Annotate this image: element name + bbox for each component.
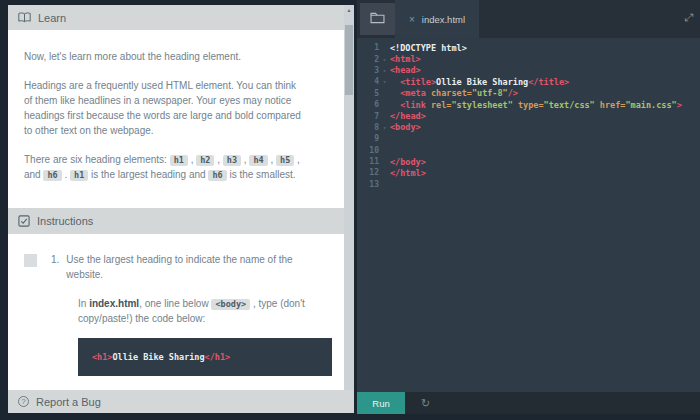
line-number: 12 bbox=[357, 168, 379, 177]
code-text: </body> bbox=[390, 157, 426, 167]
fold-arrow-icon[interactable]: ▾ bbox=[379, 56, 390, 63]
code-line: 5 <meta charset="utf-8"/> bbox=[357, 88, 700, 99]
learn-paragraph: Headings are a frequently used HTML elem… bbox=[24, 78, 304, 138]
inline-code-chip: h2 bbox=[196, 155, 214, 166]
task-after-text: Click Run to view the heading in the web… bbox=[78, 388, 314, 390]
learn-paragraph: There are six heading elements: h1 , h2 … bbox=[24, 152, 304, 182]
instructions-header-label: Instructions bbox=[37, 215, 93, 227]
code-text: <html> bbox=[390, 54, 421, 64]
folder-icon bbox=[370, 10, 385, 28]
line-number: 2 bbox=[357, 55, 379, 64]
code-text: </html> bbox=[390, 168, 426, 178]
code-line: 13 bbox=[357, 179, 700, 190]
checklist-icon bbox=[18, 215, 30, 227]
fold-arrow-icon[interactable]: ▾ bbox=[379, 78, 390, 85]
file-tree-button[interactable] bbox=[360, 3, 395, 35]
code-text: <title>Ollie Bike Sharing</title> bbox=[390, 77, 569, 87]
code-line: 11</body> bbox=[357, 156, 700, 167]
learn-scroll-area: Now, let's learn more about the heading … bbox=[8, 30, 354, 390]
code-editor-panel: × index.html ⤢ 1<!DOCTYPE html>2▾<html>3… bbox=[357, 0, 700, 414]
code-line: 10 bbox=[357, 145, 700, 156]
task-body: In index.html, one line below <body> , t… bbox=[78, 296, 314, 326]
line-number: 1 bbox=[357, 43, 379, 52]
fold-arrow-icon[interactable]: ▾ bbox=[379, 67, 390, 74]
code-line: 1<!DOCTYPE html> bbox=[357, 42, 700, 53]
report-bug-bar[interactable]: ? Report a Bug bbox=[8, 390, 354, 413]
line-number: 5 bbox=[357, 89, 379, 98]
instructions-content: 1. Use the largest heading to indicate t… bbox=[8, 234, 354, 390]
line-number: 10 bbox=[357, 146, 379, 155]
learn-text-block: Now, let's learn more about the heading … bbox=[8, 30, 354, 208]
refresh-icon[interactable]: ↻ bbox=[421, 397, 430, 410]
tab-filename: index.html bbox=[422, 14, 465, 25]
line-number: 11 bbox=[357, 157, 379, 166]
line-number: 6 bbox=[357, 100, 379, 109]
run-button[interactable]: Run bbox=[357, 392, 405, 414]
task-number: 1. bbox=[51, 252, 59, 267]
code-line: 4▾ <title>Ollie Bike Sharing</title> bbox=[357, 76, 700, 87]
book-icon bbox=[18, 12, 31, 23]
learn-panel: Learn Now, let's learn more about the he… bbox=[8, 5, 354, 413]
code-text: <!DOCTYPE html> bbox=[390, 43, 467, 53]
learn-scrollbar[interactable]: ▲ bbox=[344, 5, 354, 390]
inline-code-chip: h3 bbox=[223, 155, 241, 166]
scrollbar-thumb[interactable] bbox=[345, 25, 353, 95]
code-line: 2▾<html> bbox=[357, 53, 700, 64]
learn-header-label: Learn bbox=[38, 12, 66, 24]
line-number: 13 bbox=[357, 180, 379, 189]
fold-arrow-icon[interactable]: ▾ bbox=[379, 124, 390, 131]
instructions-header: Instructions bbox=[8, 208, 344, 234]
code-line: 8▾<body> bbox=[357, 122, 700, 133]
line-number: 4 bbox=[357, 77, 379, 86]
line-number: 9 bbox=[357, 134, 379, 143]
task-checkbox[interactable] bbox=[24, 254, 37, 267]
fullscreen-icon[interactable]: ⤢ bbox=[684, 11, 693, 24]
code-line: 6 <link rel="stylesheet" type="text/css"… bbox=[357, 99, 700, 110]
code-line: 7</head> bbox=[357, 110, 700, 121]
code-text: <link rel="stylesheet" type="text/css" h… bbox=[390, 100, 682, 110]
help-icon: ? bbox=[18, 396, 29, 407]
code-line: 9 bbox=[357, 133, 700, 144]
scrollbar-up-arrow[interactable]: ▲ bbox=[344, 5, 354, 15]
code-line: 3▾<head> bbox=[357, 65, 700, 76]
learn-header: Learn bbox=[8, 5, 354, 30]
inline-code-chip: h6 bbox=[208, 170, 226, 181]
task-code-block: <h1>Ollie Bike Sharing</h1> bbox=[78, 338, 332, 376]
close-icon[interactable]: × bbox=[409, 14, 415, 25]
code-text: <body> bbox=[390, 122, 421, 132]
inline-code-chip: <body> bbox=[211, 299, 250, 310]
report-bug-label: Report a Bug bbox=[36, 396, 101, 408]
task-title: Use the largest heading to indicate the … bbox=[66, 252, 304, 282]
inline-code-chip: h5 bbox=[276, 155, 294, 166]
code-lines[interactable]: 1<!DOCTYPE html>2▾<html>3▾<head>4▾ <titl… bbox=[357, 38, 700, 392]
tab-index-html[interactable]: × index.html bbox=[395, 0, 479, 38]
learn-paragraph: Now, let's learn more about the heading … bbox=[24, 49, 304, 64]
editor-tabbar: × index.html ⤢ bbox=[357, 0, 700, 38]
inline-code-chip: h1 bbox=[170, 155, 188, 166]
code-text: </head> bbox=[390, 111, 426, 121]
inline-code-chip: h4 bbox=[249, 155, 267, 166]
line-number: 7 bbox=[357, 112, 379, 121]
code-line: 12</html> bbox=[357, 167, 700, 178]
line-number: 8 bbox=[357, 123, 379, 132]
code-text: <meta charset="utf-8"/> bbox=[390, 88, 518, 98]
inline-code-chip: h6 bbox=[43, 170, 61, 181]
run-toolbar: Run ↻ bbox=[357, 392, 700, 414]
line-number: 3 bbox=[357, 66, 379, 75]
code-text: <head> bbox=[390, 65, 421, 75]
inline-code-chip: h1 bbox=[70, 170, 88, 181]
